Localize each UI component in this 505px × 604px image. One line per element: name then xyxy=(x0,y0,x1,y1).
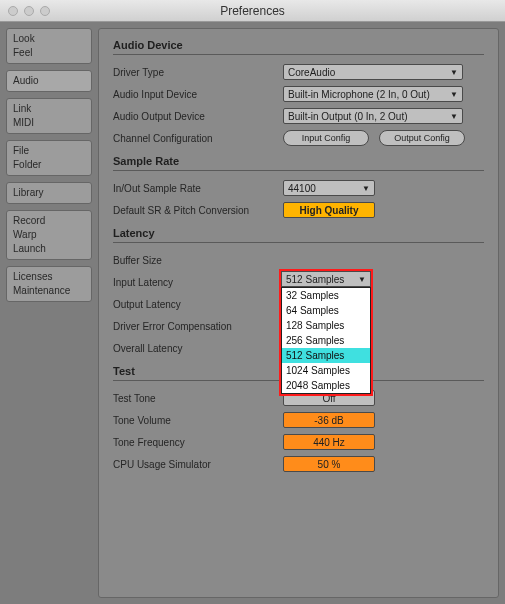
label-test-tone: Test Tone xyxy=(113,393,283,404)
chevron-down-icon: ▼ xyxy=(450,90,458,99)
buffer-size-option-256[interactable]: 256 Samples xyxy=(282,333,370,348)
sidebar: Look Feel Audio Link MIDI File Folder Li… xyxy=(6,28,92,598)
row-channel-config: Channel Configuration Input Config Outpu… xyxy=(113,127,484,149)
select-input-device[interactable]: Built-in Microphone (2 In, 0 Out) ▼ xyxy=(283,86,463,102)
sidebar-item-maintenance: Maintenance xyxy=(13,284,85,298)
row-buffer-size: Buffer Size xyxy=(113,249,484,271)
preferences-window: Preferences Look Feel Audio Link MIDI Fi… xyxy=(0,0,505,604)
sidebar-group-record[interactable]: Record Warp Launch xyxy=(6,210,92,260)
label-output-latency: Output Latency xyxy=(113,299,283,310)
sidebar-item-library: Library xyxy=(13,186,85,200)
select-driver-type-value: CoreAudio xyxy=(288,67,335,78)
label-tone-volume: Tone Volume xyxy=(113,415,283,426)
label-channel-config: Channel Configuration xyxy=(113,133,283,144)
sidebar-group-look[interactable]: Look Feel xyxy=(6,28,92,64)
slider-tone-volume[interactable]: -36 dB xyxy=(283,412,375,428)
output-config-button[interactable]: Output Config xyxy=(379,130,465,146)
main-panel: Audio Device Driver Type CoreAudio ▼ Aud… xyxy=(98,28,499,598)
label-driver-error: Driver Error Compensation xyxy=(113,321,283,332)
buffer-size-option-list: 32 Samples 64 Samples 128 Samples 256 Sa… xyxy=(281,287,371,394)
chevron-down-icon: ▼ xyxy=(450,112,458,121)
sidebar-group-audio[interactable]: Audio xyxy=(6,70,92,92)
sidebar-item-look: Look xyxy=(13,32,85,46)
slider-tone-freq[interactable]: 440 Hz xyxy=(283,434,375,450)
section-audio-device: Audio Device xyxy=(113,39,484,55)
sidebar-item-midi: MIDI xyxy=(13,116,85,130)
sidebar-group-library[interactable]: Library xyxy=(6,182,92,204)
row-driver-type: Driver Type CoreAudio ▼ xyxy=(113,61,484,83)
label-buffer-size: Buffer Size xyxy=(113,255,283,266)
window-body: Look Feel Audio Link MIDI File Folder Li… xyxy=(0,22,505,604)
label-output-device: Audio Output Device xyxy=(113,111,283,122)
label-cpu-sim: CPU Usage Simulator xyxy=(113,459,283,470)
label-tone-freq: Tone Frequency xyxy=(113,437,283,448)
row-input-device: Audio Input Device Built-in Microphone (… xyxy=(113,83,484,105)
buffer-size-option-2048[interactable]: 2048 Samples xyxy=(282,378,370,393)
sidebar-item-launch: Launch xyxy=(13,242,85,256)
label-overall-latency: Overall Latency xyxy=(113,343,283,354)
section-latency: Latency xyxy=(113,227,484,243)
chevron-down-icon: ▼ xyxy=(358,275,366,284)
chevron-down-icon: ▼ xyxy=(450,68,458,77)
sidebar-item-feel: Feel xyxy=(13,46,85,60)
row-tone-freq: Tone Frequency 440 Hz xyxy=(113,431,484,453)
select-io-sample-rate-value: 44100 xyxy=(288,183,316,194)
sidebar-item-record: Record xyxy=(13,214,85,228)
label-input-device: Audio Input Device xyxy=(113,89,283,100)
slider-cpu-sim[interactable]: 50 % xyxy=(283,456,375,472)
select-output-device-value: Built-in Output (0 In, 2 Out) xyxy=(288,111,408,122)
select-io-sample-rate[interactable]: 44100 ▼ xyxy=(283,180,375,196)
input-config-button[interactable]: Input Config xyxy=(283,130,369,146)
select-driver-type[interactable]: CoreAudio ▼ xyxy=(283,64,463,80)
label-io-sample-rate: In/Out Sample Rate xyxy=(113,183,283,194)
sidebar-item-warp: Warp xyxy=(13,228,85,242)
section-sample-rate: Sample Rate xyxy=(113,155,484,171)
select-output-device[interactable]: Built-in Output (0 In, 2 Out) ▼ xyxy=(283,108,463,124)
titlebar: Preferences xyxy=(0,0,505,22)
row-tone-volume: Tone Volume -36 dB xyxy=(113,409,484,431)
buffer-size-selected[interactable]: 512 Samples ▼ xyxy=(281,271,371,287)
label-driver-type: Driver Type xyxy=(113,67,283,78)
window-title: Preferences xyxy=(0,4,505,18)
sidebar-item-audio: Audio xyxy=(13,74,85,88)
label-sr-pitch: Default SR & Pitch Conversion xyxy=(113,205,283,216)
buffer-size-option-1024[interactable]: 1024 Samples xyxy=(282,363,370,378)
buffer-size-option-128[interactable]: 128 Samples xyxy=(282,318,370,333)
select-input-device-value: Built-in Microphone (2 In, 0 Out) xyxy=(288,89,430,100)
row-output-device: Audio Output Device Built-in Output (0 I… xyxy=(113,105,484,127)
row-sr-pitch: Default SR & Pitch Conversion High Quali… xyxy=(113,199,484,221)
sidebar-item-folder: Folder xyxy=(13,158,85,172)
row-io-sample-rate: In/Out Sample Rate 44100 ▼ xyxy=(113,177,484,199)
sidebar-item-licenses: Licenses xyxy=(13,270,85,284)
buffer-size-dropdown[interactable]: 512 Samples ▼ 32 Samples 64 Samples 128 … xyxy=(279,269,373,396)
sidebar-group-licenses[interactable]: Licenses Maintenance xyxy=(6,266,92,302)
row-cpu-sim: CPU Usage Simulator 50 % xyxy=(113,453,484,475)
buffer-size-option-32[interactable]: 32 Samples xyxy=(282,288,370,303)
label-input-latency: Input Latency xyxy=(113,277,283,288)
sidebar-item-link: Link xyxy=(13,102,85,116)
sidebar-item-file: File xyxy=(13,144,85,158)
sidebar-group-link[interactable]: Link MIDI xyxy=(6,98,92,134)
sidebar-group-file[interactable]: File Folder xyxy=(6,140,92,176)
buffer-size-option-64[interactable]: 64 Samples xyxy=(282,303,370,318)
buffer-size-option-512[interactable]: 512 Samples xyxy=(282,348,370,363)
toggle-sr-pitch[interactable]: High Quality xyxy=(283,202,375,218)
chevron-down-icon: ▼ xyxy=(362,184,370,193)
buffer-size-selected-value: 512 Samples xyxy=(286,274,344,285)
